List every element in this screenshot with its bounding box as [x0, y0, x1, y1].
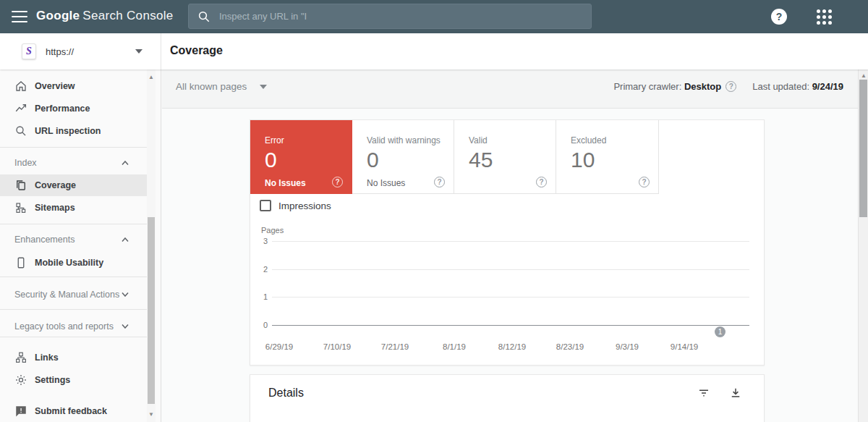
sidebar-item-label: Sitemaps [35, 203, 75, 213]
sidebar-item-label: Mobile Usability [35, 258, 103, 268]
primary-crawler-label: Primary crawler: [613, 81, 681, 92]
card-error[interactable]: Error 0 No Issues ? [250, 120, 352, 194]
report-toolbar: All known pages Primary crawler: Desktop… [162, 69, 858, 109]
scroll-up-icon[interactable]: ▲ [859, 72, 868, 80]
help-icon: ? [771, 9, 787, 25]
chevron-down-icon [260, 85, 267, 89]
sidebar-item-settings[interactable]: Settings [0, 369, 147, 391]
scroll-up-icon[interactable]: ▲ [147, 74, 156, 81]
sidebar-section-security-manual-actions[interactable]: Security & Manual Actions [0, 284, 147, 305]
card-valid[interactable]: Valid 45 ? [454, 120, 556, 194]
sidebar-section-legacy-tools[interactable]: Legacy tools and reports [0, 316, 147, 337]
card-label: Error [265, 135, 284, 145]
chevron-up-icon [122, 237, 129, 242]
scroll-down-icon[interactable]: ▼ [147, 411, 156, 418]
page-header-row: S https:// Coverage [0, 33, 868, 69]
main-scrollbar-thumb[interactable] [859, 80, 867, 217]
y-tick: 1 [250, 292, 268, 301]
card-label: Excluded [571, 135, 606, 145]
sidebar-section-label: Index [14, 158, 37, 168]
top-app-bar: GoogleSearch Console Inspect any URL in … [0, 0, 868, 33]
help-circle-icon[interactable]: ? [726, 81, 736, 92]
checkbox-unchecked-icon[interactable] [260, 200, 271, 211]
card-value: 0 [265, 148, 277, 172]
y-tick: 0 [250, 321, 268, 329]
card-value: 0 [367, 148, 379, 172]
gridline [272, 297, 749, 297]
sidebar-item-sitemaps[interactable]: Sitemaps [0, 197, 147, 219]
filter-button[interactable] [696, 385, 712, 401]
help-circle-icon[interactable]: ? [536, 177, 547, 187]
download-button[interactable] [728, 385, 744, 401]
menu-icon[interactable] [12, 9, 27, 24]
y-tick: 3 [250, 237, 268, 245]
help-button[interactable]: ? [768, 6, 790, 28]
app-logo[interactable]: GoogleSearch Console [36, 9, 174, 23]
google-search-console-app: GoogleSearch Console Inspect any URL in … [0, 0, 868, 422]
property-icon: S [22, 43, 36, 59]
chevron-down-icon [135, 49, 142, 54]
chart-marker-badge[interactable]: 1 [715, 326, 726, 337]
sidebar-divider [0, 277, 147, 277]
x-tick: 8/12/19 [489, 342, 535, 351]
report-meta: Primary crawler: Desktop ? Last updated:… [613, 81, 843, 92]
sidebar-item-overview[interactable]: Overview [0, 75, 147, 97]
help-circle-icon[interactable]: ? [639, 177, 650, 187]
x-tick: 9/3/19 [604, 342, 650, 351]
card-sub-label: No Issues [265, 178, 306, 188]
coverage-chart-panel: Error 0 No Issues ? Valid with warnings … [250, 119, 765, 366]
mobile-icon [14, 256, 27, 269]
sidebar-section-index[interactable]: Index [0, 152, 147, 174]
sidebar-item-performance[interactable]: Performance [0, 98, 147, 119]
app-logo-search-console: Search Console [82, 9, 173, 22]
sidebar-item-label: URL inspection [35, 126, 101, 136]
chevron-down-icon [122, 324, 129, 329]
sidebar-nav: Overview Performance URL inspection Inde… [0, 69, 161, 422]
sidebar-item-submit-feedback[interactable]: Submit feedback [0, 400, 147, 422]
sidebar-divider [0, 224, 147, 224]
sidebar-divider [0, 337, 147, 337]
card-label: Valid [469, 135, 488, 145]
card-valid-with-warnings[interactable]: Valid with warnings 0 No Issues ? [352, 120, 454, 194]
card-sub-label: No Issues [367, 178, 405, 188]
app-logo-google: Google [36, 9, 80, 22]
sidebar-scrollbar-thumb[interactable] [148, 217, 155, 404]
search-icon [197, 10, 210, 23]
sidebar-item-label: Overview [35, 81, 75, 91]
impressions-label: Impressions [278, 201, 331, 211]
sidebar-item-label: Coverage [35, 180, 76, 190]
help-circle-icon[interactable]: ? [332, 177, 343, 187]
card-excluded[interactable]: Excluded 10 ? [556, 120, 659, 194]
card-label: Valid with warnings [367, 135, 441, 145]
last-updated-label: Last updated: [752, 81, 809, 92]
sidebar-item-label: Links [35, 353, 59, 363]
sidebar-section-label: Security & Manual Actions [14, 290, 119, 300]
apps-grid-icon [817, 9, 832, 25]
filter-icon [697, 387, 710, 400]
gridline [272, 269, 749, 270]
chevron-down-icon [122, 292, 129, 297]
chevron-up-icon [122, 161, 129, 165]
sidebar-item-links[interactable]: Links [0, 347, 147, 368]
details-title: Details [268, 387, 304, 400]
gridline [272, 241, 749, 242]
x-tick: 7/21/19 [372, 342, 418, 351]
sidebar-item-url-inspection[interactable]: URL inspection [0, 120, 147, 142]
card-value: 10 [571, 148, 595, 172]
sidebar-divider [0, 309, 147, 310]
impressions-toggle[interactable]: Impressions [260, 200, 331, 211]
google-apps-button[interactable] [813, 6, 835, 28]
gear-icon [14, 374, 27, 387]
help-circle-icon[interactable]: ? [434, 177, 445, 187]
x-tick: 6/29/19 [256, 342, 302, 351]
url-inspection-search-input[interactable]: Inspect any URL in "I [188, 4, 592, 29]
sidebar-section-enhancements[interactable]: Enhancements [0, 229, 147, 250]
sidebar-item-label: Settings [35, 375, 70, 385]
property-selector[interactable]: S https:// [0, 33, 161, 69]
x-tick: 8/23/19 [547, 342, 593, 351]
sidebar-divider [0, 147, 147, 148]
page-scope-dropdown[interactable]: All known pages [176, 81, 267, 92]
page-title: Coverage [170, 44, 223, 57]
sidebar-item-mobile-usability[interactable]: Mobile Usability [0, 252, 147, 274]
sidebar-item-coverage[interactable]: Coverage [0, 174, 147, 196]
